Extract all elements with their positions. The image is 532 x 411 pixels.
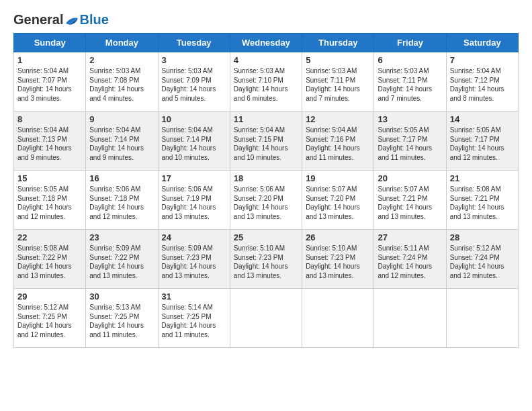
cell-info: Sunrise: 5:12 AMSunset: 7:25 PMDaylight:… bbox=[17, 304, 72, 338]
cell-info: Sunrise: 5:05 AMSunset: 7:17 PMDaylight:… bbox=[450, 126, 504, 161]
cell-info: Sunrise: 5:08 AMSunset: 7:22 PMDaylight:… bbox=[17, 244, 72, 279]
day-number: 14 bbox=[450, 114, 515, 124]
cell-info: Sunrise: 5:09 AMSunset: 7:23 PMDaylight:… bbox=[162, 244, 216, 279]
day-header-saturday: Saturday bbox=[446, 34, 518, 52]
day-number: 10 bbox=[162, 114, 226, 124]
calendar-week-3: 15 Sunrise: 5:05 AMSunset: 7:18 PMDaylig… bbox=[14, 171, 519, 230]
day-number: 30 bbox=[89, 291, 154, 302]
calendar-cell: 22 Sunrise: 5:08 AMSunset: 7:22 PMDaylig… bbox=[14, 230, 86, 289]
calendar-cell bbox=[230, 289, 302, 348]
calendar-cell: 13 Sunrise: 5:05 AMSunset: 7:17 PMDaylig… bbox=[374, 111, 446, 171]
logo-blue: Blue bbox=[79, 12, 108, 28]
calendar-cell: 8 Sunrise: 5:04 AMSunset: 7:13 PMDayligh… bbox=[14, 111, 86, 171]
day-number: 23 bbox=[89, 232, 154, 242]
calendar-cell: 3 Sunrise: 5:03 AMSunset: 7:09 PMDayligh… bbox=[158, 52, 230, 111]
calendar-week-2: 8 Sunrise: 5:04 AMSunset: 7:13 PMDayligh… bbox=[14, 111, 519, 171]
cell-info: Sunrise: 5:03 AMSunset: 7:10 PMDaylight:… bbox=[234, 67, 288, 102]
calendar-week-4: 22 Sunrise: 5:08 AMSunset: 7:22 PMDaylig… bbox=[14, 230, 519, 289]
day-number: 1 bbox=[17, 55, 82, 65]
cell-info: Sunrise: 5:04 AMSunset: 7:15 PMDaylight:… bbox=[234, 126, 288, 161]
calendar-cell: 21 Sunrise: 5:08 AMSunset: 7:21 PMDaylig… bbox=[446, 171, 518, 230]
cell-info: Sunrise: 5:08 AMSunset: 7:21 PMDaylight:… bbox=[450, 185, 504, 220]
calendar-cell: 17 Sunrise: 5:06 AMSunset: 7:19 PMDaylig… bbox=[158, 171, 230, 230]
cell-info: Sunrise: 5:12 AMSunset: 7:24 PMDaylight:… bbox=[450, 244, 504, 279]
day-header-wednesday: Wednesday bbox=[230, 34, 302, 52]
day-number: 27 bbox=[378, 232, 442, 242]
day-number: 9 bbox=[89, 114, 154, 124]
calendar-cell: 11 Sunrise: 5:04 AMSunset: 7:15 PMDaylig… bbox=[230, 111, 302, 171]
cell-info: Sunrise: 5:04 AMSunset: 7:14 PMDaylight:… bbox=[89, 126, 144, 161]
calendar-cell: 19 Sunrise: 5:07 AMSunset: 7:20 PMDaylig… bbox=[302, 171, 374, 230]
cell-info: Sunrise: 5:03 AMSunset: 7:09 PMDaylight:… bbox=[162, 67, 216, 102]
calendar-cell: 23 Sunrise: 5:09 AMSunset: 7:22 PMDaylig… bbox=[86, 230, 158, 289]
day-number: 6 bbox=[378, 55, 442, 65]
page-container: General Blue SundayMondayTuesdayWednesda… bbox=[0, 0, 532, 355]
calendar-cell: 26 Sunrise: 5:10 AMSunset: 7:23 PMDaylig… bbox=[302, 230, 374, 289]
calendar-cell bbox=[446, 289, 518, 348]
calendar-cell: 16 Sunrise: 5:06 AMSunset: 7:18 PMDaylig… bbox=[86, 171, 158, 230]
cell-info: Sunrise: 5:14 AMSunset: 7:25 PMDaylight:… bbox=[162, 304, 216, 338]
calendar-cell: 12 Sunrise: 5:04 AMSunset: 7:16 PMDaylig… bbox=[302, 111, 374, 171]
day-number: 28 bbox=[450, 232, 515, 242]
day-number: 24 bbox=[162, 232, 226, 242]
day-header-tuesday: Tuesday bbox=[158, 34, 230, 52]
calendar-cell bbox=[302, 289, 374, 348]
cell-info: Sunrise: 5:07 AMSunset: 7:20 PMDaylight:… bbox=[306, 185, 360, 220]
day-number: 20 bbox=[378, 173, 442, 183]
day-number: 18 bbox=[234, 173, 298, 183]
calendar-week-5: 29 Sunrise: 5:12 AMSunset: 7:25 PMDaylig… bbox=[14, 289, 519, 348]
calendar-cell: 24 Sunrise: 5:09 AMSunset: 7:23 PMDaylig… bbox=[158, 230, 230, 289]
calendar-cell: 15 Sunrise: 5:05 AMSunset: 7:18 PMDaylig… bbox=[14, 171, 86, 230]
calendar-cell: 27 Sunrise: 5:11 AMSunset: 7:24 PMDaylig… bbox=[374, 230, 446, 289]
cell-info: Sunrise: 5:04 AMSunset: 7:07 PMDaylight:… bbox=[17, 67, 72, 102]
day-header-thursday: Thursday bbox=[302, 34, 374, 52]
cell-info: Sunrise: 5:04 AMSunset: 7:13 PMDaylight:… bbox=[17, 126, 72, 161]
cell-info: Sunrise: 5:03 AMSunset: 7:08 PMDaylight:… bbox=[89, 67, 144, 102]
day-header-sunday: Sunday bbox=[14, 34, 86, 52]
calendar-cell: 10 Sunrise: 5:04 AMSunset: 7:14 PMDaylig… bbox=[158, 111, 230, 171]
cell-info: Sunrise: 5:06 AMSunset: 7:20 PMDaylight:… bbox=[234, 185, 288, 220]
day-header-monday: Monday bbox=[86, 34, 158, 52]
day-number: 15 bbox=[17, 173, 82, 183]
calendar-cell: 9 Sunrise: 5:04 AMSunset: 7:14 PMDayligh… bbox=[86, 111, 158, 171]
day-number: 16 bbox=[89, 173, 154, 183]
day-number: 19 bbox=[306, 173, 370, 183]
day-number: 22 bbox=[17, 232, 82, 242]
cell-info: Sunrise: 5:10 AMSunset: 7:23 PMDaylight:… bbox=[306, 244, 360, 279]
cell-info: Sunrise: 5:06 AMSunset: 7:18 PMDaylight:… bbox=[89, 185, 144, 220]
calendar-cell: 5 Sunrise: 5:03 AMSunset: 7:11 PMDayligh… bbox=[302, 52, 374, 111]
calendar-cell: 18 Sunrise: 5:06 AMSunset: 7:20 PMDaylig… bbox=[230, 171, 302, 230]
logo: General Blue bbox=[13, 12, 109, 28]
day-number: 21 bbox=[450, 173, 515, 183]
page-header: General Blue bbox=[13, 12, 519, 28]
cell-info: Sunrise: 5:05 AMSunset: 7:18 PMDaylight:… bbox=[17, 185, 72, 220]
cell-info: Sunrise: 5:04 AMSunset: 7:14 PMDaylight:… bbox=[162, 126, 216, 161]
day-number: 29 bbox=[17, 291, 82, 302]
cell-info: Sunrise: 5:04 AMSunset: 7:16 PMDaylight:… bbox=[306, 126, 360, 161]
day-number: 25 bbox=[234, 232, 298, 242]
logo-general: General bbox=[13, 12, 63, 28]
cell-info: Sunrise: 5:07 AMSunset: 7:21 PMDaylight:… bbox=[378, 185, 432, 220]
day-number: 17 bbox=[162, 173, 226, 183]
cell-info: Sunrise: 5:09 AMSunset: 7:22 PMDaylight:… bbox=[89, 244, 144, 279]
day-number: 13 bbox=[378, 114, 442, 124]
calendar-cell: 25 Sunrise: 5:10 AMSunset: 7:23 PMDaylig… bbox=[230, 230, 302, 289]
day-header-friday: Friday bbox=[374, 34, 446, 52]
calendar-week-1: 1 Sunrise: 5:04 AMSunset: 7:07 PMDayligh… bbox=[14, 52, 519, 111]
cell-info: Sunrise: 5:13 AMSunset: 7:25 PMDaylight:… bbox=[89, 304, 144, 338]
day-number: 2 bbox=[89, 55, 154, 65]
cell-info: Sunrise: 5:05 AMSunset: 7:17 PMDaylight:… bbox=[378, 126, 432, 161]
day-number: 12 bbox=[306, 114, 370, 124]
calendar-header-row: SundayMondayTuesdayWednesdayThursdayFrid… bbox=[14, 34, 519, 52]
calendar-cell bbox=[374, 289, 446, 348]
calendar-cell: 29 Sunrise: 5:12 AMSunset: 7:25 PMDaylig… bbox=[14, 289, 86, 348]
cell-info: Sunrise: 5:11 AMSunset: 7:24 PMDaylight:… bbox=[378, 244, 432, 279]
calendar-cell: 1 Sunrise: 5:04 AMSunset: 7:07 PMDayligh… bbox=[14, 52, 86, 111]
day-number: 8 bbox=[17, 114, 82, 124]
calendar-cell: 30 Sunrise: 5:13 AMSunset: 7:25 PMDaylig… bbox=[86, 289, 158, 348]
calendar-cell: 31 Sunrise: 5:14 AMSunset: 7:25 PMDaylig… bbox=[158, 289, 230, 348]
logo-text: General Blue bbox=[13, 12, 109, 28]
calendar-cell: 20 Sunrise: 5:07 AMSunset: 7:21 PMDaylig… bbox=[374, 171, 446, 230]
day-number: 4 bbox=[234, 55, 298, 65]
calendar-table: SundayMondayTuesdayWednesdayThursdayFrid… bbox=[13, 33, 519, 348]
